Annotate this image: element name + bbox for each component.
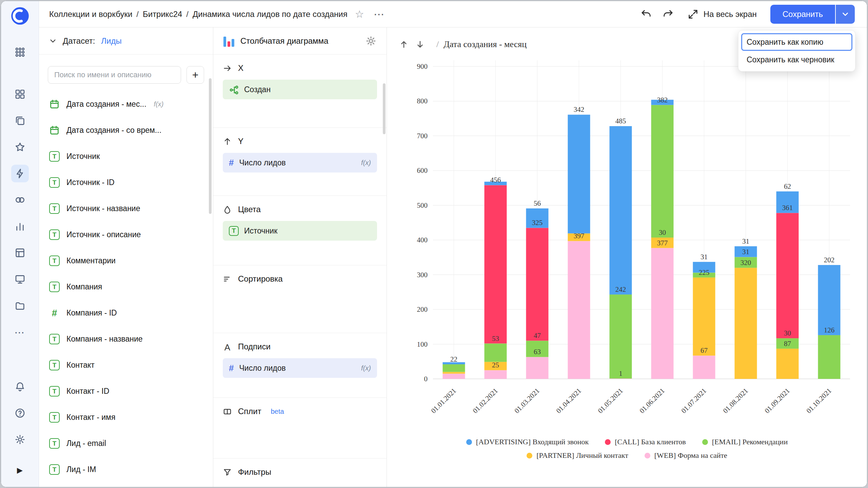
connections-icon[interactable] [11, 191, 29, 209]
breadcrumb-workbook[interactable]: Битрикс24 [143, 9, 182, 19]
bar-segment[interactable] [610, 379, 632, 379]
chevron-down-icon [841, 10, 850, 19]
field-item[interactable]: TЛид - IM [39, 456, 213, 483]
section-colors: Цвета T Источник [213, 196, 387, 265]
sort-descending-icon[interactable] [415, 40, 425, 49]
text-icon: T [49, 203, 60, 214]
bar-value-label: 25 [492, 361, 499, 369]
field-item[interactable]: Дата создания - мес...f(x) [39, 91, 213, 117]
breadcrumb-collections[interactable]: Коллекции и воркбуки [49, 9, 132, 19]
bar-segment[interactable] [485, 344, 507, 362]
field-item[interactable]: TКомпания - название [39, 326, 213, 352]
config-scrollbar[interactable] [383, 83, 386, 134]
undo-icon[interactable] [640, 8, 652, 20]
bar-segment[interactable] [735, 268, 757, 379]
dataset-name-link[interactable]: Лиды [101, 36, 121, 46]
field-search-input[interactable] [48, 66, 181, 84]
legend-item[interactable]: [ADVERTISING] Входящий звонок [466, 438, 589, 446]
field-item[interactable]: #Компания - ID [39, 300, 213, 326]
bar-value-label: 30 [784, 329, 791, 337]
bar-segment[interactable] [568, 115, 590, 233]
dashboards-icon[interactable] [11, 270, 29, 288]
bar-segment[interactable] [526, 357, 549, 379]
notifications-bell-icon[interactable] [11, 378, 29, 395]
field-name: Контакт - имя [66, 413, 115, 422]
menu-item-save-draft[interactable]: Сохранить как черновик [741, 51, 852, 68]
field-item[interactable]: TЛид - email [39, 430, 213, 456]
field-item[interactable]: TИсточник - ID [39, 169, 213, 196]
chart-settings-gear-icon[interactable] [366, 36, 376, 46]
datasets-icon[interactable] [11, 244, 29, 262]
bar-segment[interactable] [443, 372, 465, 374]
field-item[interactable]: TИсточник - название [39, 196, 213, 222]
bar-segment[interactable] [693, 355, 715, 379]
legend-item[interactable]: [WEB] Форма на сайте [645, 451, 727, 460]
y-field-chip[interactable]: # Число лидов f(x) [223, 153, 377, 172]
field-item[interactable]: TЛид - web [39, 483, 213, 487]
bar-value-label: 485 [615, 117, 626, 125]
bar-segment[interactable] [693, 278, 715, 356]
menu-item-save-copy[interactable]: Сохранить как копию [741, 33, 852, 51]
legend-item[interactable]: [CALL] База клиентов [605, 438, 686, 446]
field-item[interactable]: TКонтакт - ID [39, 378, 213, 404]
more-icon[interactable]: ⋯ [11, 323, 29, 341]
chart-drilldown-path[interactable]: /Дата создания - месяц [436, 39, 527, 49]
workbooks-icon[interactable] [11, 112, 29, 129]
x-field-chip[interactable]: Создан [223, 80, 377, 99]
bar-segment[interactable] [651, 248, 674, 379]
collapse-panel-icon[interactable]: ▶ [11, 462, 29, 479]
bar-segment[interactable] [568, 241, 590, 379]
legend-item[interactable]: [PARTNER] Личный контакт [527, 451, 628, 460]
favorites-icon[interactable] [11, 138, 29, 156]
text-icon: T [49, 229, 60, 240]
wizard-icon[interactable] [11, 165, 29, 182]
text-icon: T [49, 282, 60, 292]
bar-segment[interactable] [443, 364, 465, 372]
bar-segment[interactable] [526, 228, 549, 341]
favorite-star-icon[interactable]: ☆ [355, 9, 364, 19]
bar-value-label: 31 [742, 248, 749, 256]
bar-segment[interactable] [818, 335, 841, 379]
bar-segment[interactable] [485, 370, 507, 379]
bar-segment[interactable] [776, 349, 799, 379]
colors-field-chip[interactable]: T Источник [223, 221, 377, 241]
collections-icon[interactable] [11, 85, 29, 103]
more-actions-icon[interactable]: ⋯ [374, 12, 385, 17]
sort-ascending-icon[interactable] [399, 40, 409, 49]
field-item[interactable]: TКомпания [39, 274, 213, 300]
add-field-button[interactable]: + [186, 66, 204, 84]
field-item[interactable]: TКонтакт [39, 352, 213, 378]
bar-segment[interactable] [818, 265, 841, 335]
settings-gear-icon[interactable] [11, 431, 29, 448]
bar-segment[interactable] [776, 213, 799, 338]
labels-field-chip[interactable]: # Число лидов f(x) [223, 358, 377, 378]
bar-segment[interactable] [610, 294, 632, 379]
storage-icon[interactable] [11, 297, 29, 314]
chevron-down-icon[interactable] [49, 37, 57, 45]
dataset-header: Датасет: Лиды [39, 27, 213, 55]
datalens-logo[interactable] [11, 6, 29, 25]
field-item[interactable]: Дата создания - со врем... [39, 117, 213, 143]
fullscreen-button[interactable]: На весь экран [687, 8, 757, 20]
chart-type-label[interactable]: Столбчатая диаграмма [240, 36, 328, 46]
bar-value-label: 56 [534, 199, 541, 207]
redo-icon[interactable] [662, 8, 674, 20]
apps-grid-icon[interactable] [11, 43, 29, 61]
field-item[interactable]: TИсточник [39, 143, 213, 169]
legend-item[interactable]: [EMAIL] Рекомендации [702, 438, 788, 446]
field-item[interactable]: TИсточник - описание [39, 222, 213, 248]
labels-field-name: Число лидов [239, 364, 285, 373]
save-options-button[interactable] [835, 5, 855, 24]
bar-segment[interactable] [651, 105, 674, 238]
bar-value-label: 126 [824, 326, 835, 334]
bar-segment[interactable] [485, 185, 507, 343]
field-item[interactable]: TКонтакт - имя [39, 404, 213, 430]
bar-segment[interactable] [610, 126, 632, 294]
text-icon: T [49, 360, 60, 370]
fields-scrollbar[interactable] [209, 78, 212, 214]
charts-icon[interactable] [11, 218, 29, 235]
field-item[interactable]: TКомментарии [39, 248, 213, 274]
help-icon[interactable] [11, 404, 29, 422]
bar-segment[interactable] [443, 374, 465, 379]
save-button[interactable]: Сохранить [770, 5, 835, 24]
